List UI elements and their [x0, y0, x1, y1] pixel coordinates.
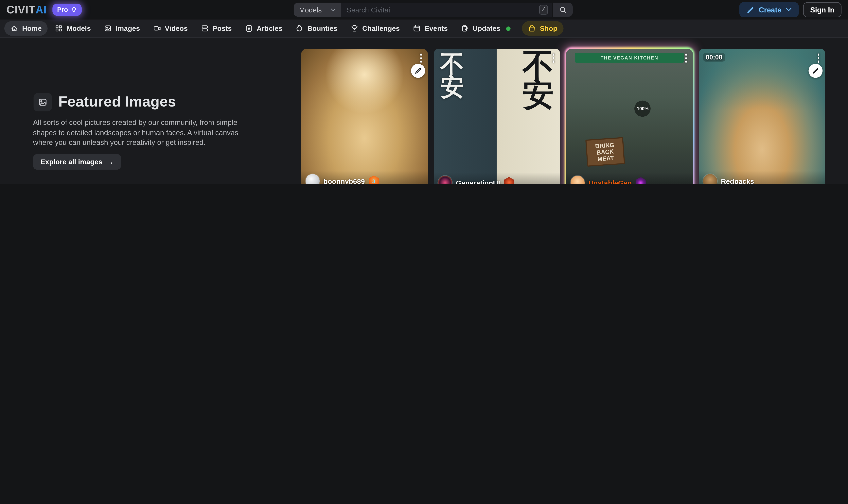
updates-indicator-dot [506, 26, 511, 31]
nav-item-updates[interactable]: Updates [455, 21, 516, 36]
username[interactable]: UnstableGen [588, 179, 632, 184]
search-button[interactable] [553, 3, 573, 17]
nav-item-shop[interactable]: Shop [522, 21, 563, 36]
remix-button[interactable] [809, 64, 823, 78]
avatar[interactable] [438, 176, 452, 184]
user-badge-icon [636, 177, 646, 184]
video-card[interactable]: 00:08 Redpacks + 20 5 500 [699, 49, 825, 184]
brush-icon [746, 6, 755, 14]
main-nav-bar: Home Models Images Videos Posts Articles… [0, 19, 848, 38]
nav-item-bounties[interactable]: Bounties [289, 21, 343, 36]
chevron-down-icon [786, 7, 792, 12]
card-art-text: 不安 [523, 50, 556, 109]
username[interactable]: boonnyb689 [323, 177, 365, 184]
nav-item-videos[interactable]: Videos [147, 21, 194, 36]
calendar-icon [413, 24, 421, 32]
section-description: All sorts of cool pictures created by ou… [33, 118, 245, 148]
remix-button[interactable] [411, 64, 425, 78]
search-input[interactable] [346, 5, 536, 14]
diamond-icon [71, 6, 76, 13]
search-input-container: / [341, 3, 552, 17]
video-icon [153, 24, 161, 32]
avatar[interactable] [305, 174, 320, 184]
logo-text-ai: AI [35, 4, 47, 15]
sign-in-button[interactable]: Sign In [803, 2, 842, 17]
shopping-bag-icon [528, 24, 536, 32]
image-card[interactable]: boonnyb689 3 325 131 34 10 510 [301, 49, 428, 184]
create-button[interactable]: Create [739, 2, 799, 17]
avatar[interactable] [703, 174, 717, 184]
top-header-bar: CIVITAI Pro Models / Create [0, 0, 848, 19]
search-category-value: Models [299, 6, 322, 14]
header-actions: Create Sign In [739, 2, 842, 17]
search-shortcut-key: / [539, 5, 548, 15]
create-button-label: Create [759, 6, 781, 14]
brush-icon [414, 67, 422, 74]
nav-item-images[interactable]: Images [98, 21, 146, 36]
search-bar: Models / [294, 3, 573, 17]
explore-all-images-button[interactable]: Explore all images → [33, 154, 121, 169]
grid-icon [55, 24, 63, 32]
card-menu-button[interactable] [552, 54, 554, 62]
user-badge-icon [504, 177, 514, 184]
search-icon [559, 6, 567, 14]
image-card[interactable]: 不安 不安 GenerationUI 279 99 9 10 600 [434, 49, 560, 184]
nav-item-articles[interactable]: Articles [239, 21, 288, 36]
civitai-logo[interactable]: CIVITAI [6, 4, 47, 15]
card-image: THE VEGAN KITCHEN 100% BRING BACK MEAT [566, 49, 693, 184]
username[interactable]: Redpacks [721, 177, 754, 184]
video-duration: 00:08 [703, 53, 725, 62]
card-image [699, 49, 825, 184]
nav-item-models[interactable]: Models [49, 21, 97, 36]
card-menu-button[interactable] [420, 54, 422, 62]
article-icon [245, 24, 253, 32]
featured-images-icon-box [34, 93, 52, 111]
page-title: Featured Images [58, 93, 176, 110]
card-image: 不安 不安 [434, 49, 560, 184]
image-icon [104, 24, 112, 32]
username[interactable]: GenerationUI [456, 179, 500, 184]
pro-badge-label: Pro [57, 6, 68, 14]
pro-badge-button[interactable]: Pro [52, 4, 82, 16]
anniversary-badge-icon: 3 [369, 175, 379, 184]
clipboard-pencil-icon [461, 24, 469, 32]
image-icon [38, 97, 48, 107]
trophy-icon [350, 24, 358, 32]
nav-item-posts[interactable]: Posts [195, 21, 238, 36]
bounty-bag-icon [296, 24, 304, 32]
nav-item-challenges[interactable]: Challenges [344, 21, 406, 36]
card-art-percent-text: 100% [635, 101, 651, 117]
image-card-featured[interactable]: THE VEGAN KITCHEN 100% BRING BACK MEAT U… [566, 49, 693, 184]
nav-item-events[interactable]: Events [407, 21, 454, 36]
card-menu-button[interactable] [685, 54, 687, 62]
home-icon [10, 24, 18, 32]
logo-text-civit: CIVIT [6, 4, 36, 15]
card-menu-button[interactable] [817, 54, 819, 62]
card-art-sign-text: BRING BACK MEAT [586, 137, 625, 167]
card-image [301, 49, 428, 184]
chevron-down-icon [331, 8, 336, 12]
civitai-home-page: CIVITAI Pro Models / Create [0, 0, 848, 184]
card-art-text: 不安 [440, 52, 466, 98]
stacked-rows-icon [201, 24, 209, 32]
sign-in-label: Sign In [810, 6, 834, 14]
avatar[interactable] [570, 176, 585, 184]
search-category-select[interactable]: Models [294, 3, 341, 17]
brush-icon [812, 67, 819, 74]
arrow-right-icon: → [107, 158, 114, 166]
nav-item-home[interactable]: Home [4, 21, 48, 36]
card-art-banner-text: THE VEGAN KITCHEN [575, 53, 684, 62]
